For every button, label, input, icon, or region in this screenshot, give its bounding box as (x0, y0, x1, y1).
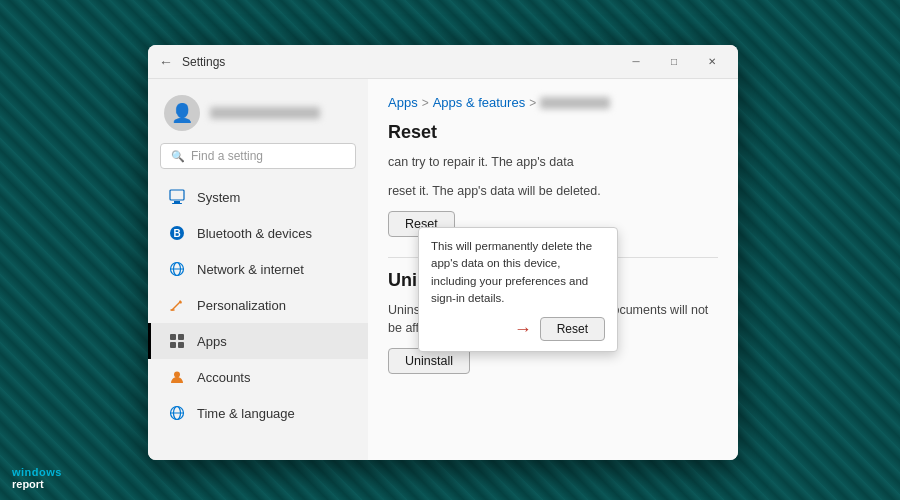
sidebar-item-network[interactable]: Network & internet (148, 251, 368, 287)
accounts-label: Accounts (197, 370, 250, 385)
sidebar-item-bluetooth[interactable]: B Bluetooth & devices (148, 215, 368, 251)
maximize-icon: □ (671, 56, 677, 67)
sidebar-item-time[interactable]: Time & language (148, 395, 368, 431)
back-button[interactable]: ← (156, 52, 176, 72)
close-icon: ✕ (708, 56, 716, 67)
accounts-icon (167, 367, 187, 387)
apps-label: Apps (197, 334, 227, 349)
breadcrumb: Apps > Apps & features > (388, 95, 718, 110)
search-icon: 🔍 (171, 150, 185, 163)
svg-rect-14 (178, 342, 184, 348)
svg-rect-1 (174, 201, 180, 203)
breadcrumb-app-name-blurred (540, 97, 610, 109)
watermark-report: report (12, 478, 44, 490)
svg-rect-2 (172, 203, 182, 204)
sidebar-item-personalization[interactable]: Personalization (148, 287, 368, 323)
sidebar-item-system[interactable]: System (148, 179, 368, 215)
tooltip-text: This will permanently delete the app's d… (431, 238, 605, 307)
avatar: 👤 (164, 95, 200, 131)
content-area: Apps > Apps & features > Reset can try t… (368, 79, 738, 460)
title-bar-controls: ─ □ ✕ (618, 45, 730, 79)
search-placeholder: Find a setting (191, 149, 263, 163)
system-icon (167, 187, 187, 207)
breadcrumb-sep1: > (422, 96, 429, 110)
window-body: 👤 🔍 Find a setting System (148, 79, 738, 460)
svg-rect-11 (170, 334, 176, 340)
minimize-button[interactable]: ─ (618, 45, 654, 79)
watermark: windows report (12, 466, 62, 490)
minimize-icon: ─ (632, 56, 639, 67)
avatar-icon: 👤 (171, 102, 193, 124)
reset-description-line1: can try to repair it. The app's data (388, 153, 718, 172)
bluetooth-label: Bluetooth & devices (197, 226, 312, 241)
personalization-icon (167, 295, 187, 315)
window-title: Settings (182, 55, 225, 69)
svg-rect-12 (178, 334, 184, 340)
title-bar: ← Settings ─ □ ✕ (148, 45, 738, 79)
watermark-windows: windows (12, 466, 62, 478)
time-icon (167, 403, 187, 423)
user-section: 👤 (148, 87, 368, 143)
system-label: System (197, 190, 240, 205)
time-label: Time & language (197, 406, 295, 421)
reset-description-line2: reset it. The app's data will be deleted… (388, 182, 718, 201)
tooltip-reset-button[interactable]: Reset (540, 317, 605, 341)
network-icon (167, 259, 187, 279)
breadcrumb-sep2: > (529, 96, 536, 110)
sidebar-item-accounts[interactable]: Accounts (148, 359, 368, 395)
back-icon: ← (159, 54, 173, 70)
tooltip-popup: This will permanently delete the app's d… (418, 227, 618, 352)
personalization-label: Personalization (197, 298, 286, 313)
sidebar: 👤 🔍 Find a setting System (148, 79, 368, 460)
tooltip-arrow-icon: → (514, 319, 532, 340)
settings-window: ← Settings ─ □ ✕ 👤 (148, 45, 738, 460)
close-button[interactable]: ✕ (694, 45, 730, 79)
apps-icon (167, 331, 187, 351)
svg-rect-13 (170, 342, 176, 348)
bluetooth-icon: B (167, 223, 187, 243)
reset-section-title: Reset (388, 122, 718, 143)
user-name-blurred (210, 107, 320, 119)
breadcrumb-apps[interactable]: Apps (388, 95, 418, 110)
tooltip-arrow-row: → Reset (431, 317, 605, 341)
svg-line-8 (172, 302, 180, 310)
svg-point-15 (174, 372, 180, 378)
network-label: Network & internet (197, 262, 304, 277)
sidebar-item-apps[interactable]: Apps (148, 323, 368, 359)
svg-text:B: B (173, 228, 180, 239)
maximize-button[interactable]: □ (656, 45, 692, 79)
svg-rect-0 (170, 190, 184, 200)
breadcrumb-apps-features[interactable]: Apps & features (433, 95, 526, 110)
search-box[interactable]: 🔍 Find a setting (160, 143, 356, 169)
